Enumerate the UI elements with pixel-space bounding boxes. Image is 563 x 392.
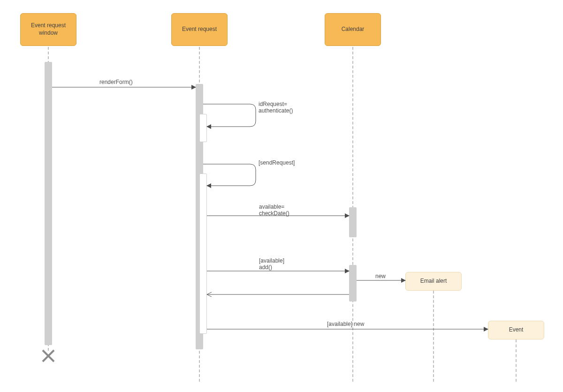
msg-renderform: renderForm() [99, 79, 133, 85]
msg-new-email: new [375, 273, 386, 279]
msg-new-event: [available] new [327, 321, 364, 327]
lifeline-d [433, 291, 434, 382]
activation-c-check [349, 207, 357, 237]
msg-authenticate: idRequest= authenticate() [259, 101, 293, 114]
object-email-alert: Email alert [405, 272, 462, 291]
object-event: Event [488, 321, 544, 339]
activation-a [45, 62, 52, 345]
msg-sendrequest: [sendRequest] [259, 159, 295, 166]
activation-b-sendreq [199, 173, 207, 334]
sequence-diagram-canvas: Event request window Event request Calen… [0, 0, 563, 392]
object-event-request-window: Event request window [20, 13, 76, 46]
destroy-icon [40, 348, 56, 364]
activation-c-add [349, 265, 357, 302]
msg-add: [available] add() [259, 257, 284, 271]
msg-checkdate: available= checkDate() [259, 204, 289, 217]
label: Email alert [420, 278, 447, 285]
object-calendar: Calendar [325, 13, 381, 46]
label: Calendar [342, 26, 365, 33]
object-event-request: Event request [171, 13, 228, 46]
activation-b-auth [199, 114, 207, 142]
label: Event [509, 326, 524, 334]
label: Event request [182, 26, 217, 33]
lifeline-e [516, 339, 517, 382]
label: Event request window [23, 22, 74, 37]
arrows-layer [0, 0, 563, 392]
